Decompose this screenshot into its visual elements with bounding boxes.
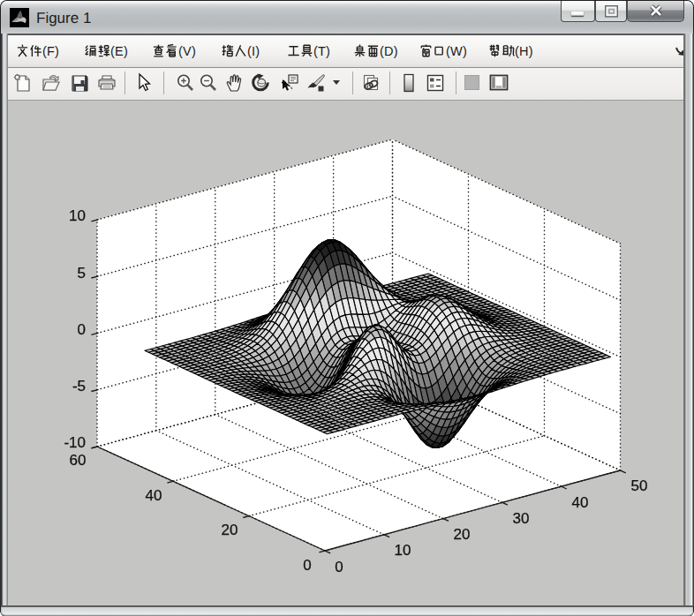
svg-text:0: 0 [303,557,311,574]
svg-text:-5: -5 [72,378,86,394]
svg-text:60: 60 [70,452,87,469]
svg-text:50: 50 [631,477,648,494]
svg-text:40: 40 [146,487,162,504]
svg-text:30: 30 [513,510,530,527]
svg-text:20: 20 [222,522,238,538]
svg-text:5: 5 [78,265,86,282]
svg-text:-10: -10 [64,434,86,451]
svg-text:0: 0 [335,559,343,575]
svg-text:40: 40 [572,494,589,511]
svg-text:10: 10 [395,542,411,559]
svg-text:10: 10 [69,207,86,224]
svg-text:0: 0 [78,321,86,338]
svg-text:20: 20 [454,526,471,543]
